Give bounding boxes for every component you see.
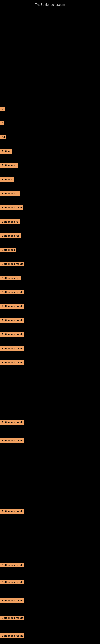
bottleneck-result-label: Bottleneck re	[0, 191, 20, 196]
bottleneck-result-label: Bottleneck result	[0, 616, 24, 620]
bottleneck-result-label: B4	[0, 135, 6, 140]
bottleneck-result-label: Bottleneck	[0, 248, 16, 252]
bottleneck-result-label: Bottleneck re	[0, 219, 20, 224]
bottleneck-result-label: Bottleneck result	[0, 318, 24, 322]
bottleneck-result-label: Bottleneck result	[0, 262, 24, 266]
bottleneck-result-label: Bottleneck result	[0, 598, 24, 603]
bottleneck-result-label: Bottleneck result	[0, 304, 24, 308]
bottleneck-result-label: Bottleneck result	[0, 360, 24, 365]
bottleneck-result-label: Bottlene	[0, 177, 14, 182]
bottleneck-result-label: Bottlen	[0, 149, 12, 154]
bottleneck-result-label: E	[0, 121, 4, 126]
bottleneck-result-label: Bottleneck result	[0, 332, 24, 337]
bottleneck-result-label: Bottleneck result	[0, 438, 24, 443]
bottleneck-result-label: Bottleneck r	[0, 163, 18, 168]
bottleneck-result-label: Bottleneck result	[0, 563, 24, 567]
bottleneck-result-label: Bottleneck resul	[0, 205, 23, 210]
bottleneck-result-label: Bottleneck res	[0, 276, 21, 280]
bottleneck-result-label: Bottleneck result	[0, 346, 24, 351]
bottleneck-result-label: Bottleneck result	[0, 509, 24, 514]
site-title: TheBottlenecker.com	[0, 1, 100, 9]
bottleneck-result-label: Bottleneck result	[0, 420, 24, 425]
bottleneck-result-label: Bottleneck result	[0, 580, 24, 584]
bottleneck-result-label: Bottleneck result	[0, 290, 24, 294]
bottleneck-result-label: B	[0, 107, 5, 111]
bottleneck-result-label: Bottleneck res	[0, 234, 21, 238]
bottleneck-result-label: Bottleneck result	[0, 633, 24, 638]
